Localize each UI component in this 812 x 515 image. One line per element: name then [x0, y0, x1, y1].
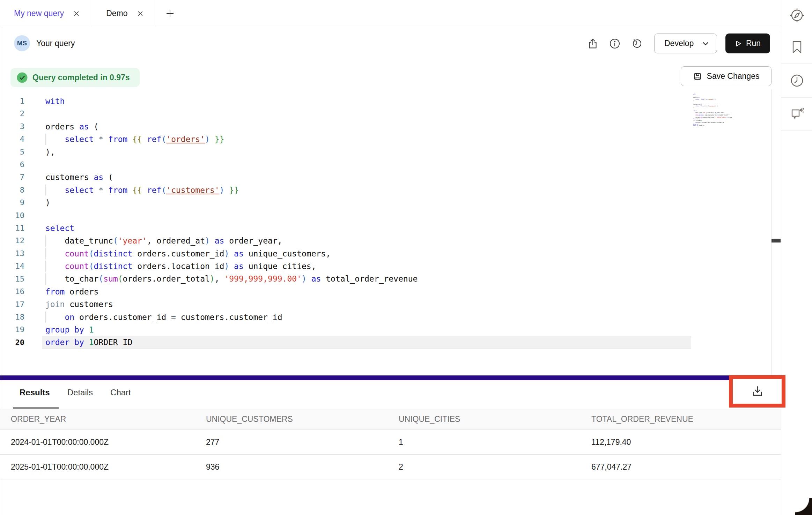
- page-title: Your query: [36, 39, 75, 48]
- column-header[interactable]: TOTAL_ORDER_REVENUE: [581, 415, 781, 424]
- tab-my-new-query[interactable]: My new query: [0, 0, 92, 27]
- line-number: 4: [0, 133, 24, 145]
- line-number: 11: [0, 222, 24, 234]
- run-button[interactable]: Run: [725, 33, 770, 53]
- column-header[interactable]: UNIQUE_CUSTOMERS: [195, 415, 388, 424]
- line-number: 3: [0, 120, 24, 133]
- line-number: 14: [0, 260, 24, 273]
- code-line[interactable]: ): [42, 196, 691, 209]
- code-line[interactable]: select * from {{ ref('customers') }}: [42, 184, 691, 196]
- code-editor[interactable]: with orders as ( select * from {{ ref('o…: [42, 95, 691, 349]
- table-cell: 277: [195, 438, 388, 447]
- line-number: 5: [0, 146, 24, 158]
- sidebar-item-explore[interactable]: [781, 0, 812, 31]
- develop-label: Develop: [664, 39, 694, 48]
- code-line[interactable]: to_char(sum(orders.order_total), '999,99…: [42, 273, 691, 285]
- code-line[interactable]: with: [42, 95, 691, 107]
- tab-demo[interactable]: Demo: [92, 0, 156, 27]
- bookmark-icon: [790, 40, 804, 54]
- status-badge: Query completed in 0.97s: [10, 68, 140, 87]
- plus-icon: [165, 8, 175, 19]
- scrollbar-thumb[interactable]: [772, 239, 781, 242]
- line-number: 9: [0, 196, 24, 209]
- panel-divider-bar[interactable]: [0, 375, 781, 380]
- chevron-down-icon: [702, 41, 709, 46]
- avatar: MS: [14, 35, 30, 51]
- check-circle-icon: [17, 72, 28, 83]
- code-line[interactable]: orders as (: [42, 120, 691, 133]
- line-number: 7: [0, 171, 24, 184]
- scrollbar-track: [771, 90, 772, 375]
- table-row[interactable]: 2024-01-01T00:00:00.000Z2771112,179.40: [0, 430, 781, 455]
- close-icon[interactable]: [137, 10, 144, 17]
- tab-bar: My new query Demo: [0, 0, 781, 27]
- code-line[interactable]: date_trunc('year', ordered_at) as order_…: [42, 234, 691, 247]
- code-line[interactable]: customers as (: [42, 171, 691, 184]
- table-cell: 1: [388, 438, 581, 447]
- code-line[interactable]: on orders.customer_id = customers.custom…: [42, 311, 691, 323]
- new-tab-button[interactable]: [156, 0, 184, 27]
- minimap-content: with orders as ( select * from {{ ref('o…: [693, 94, 732, 127]
- save-changes-button[interactable]: Save Changes: [681, 66, 772, 86]
- code-line[interactable]: count(distinct orders.customer_id) as un…: [42, 247, 691, 260]
- save-label: Save Changes: [707, 72, 760, 81]
- results-table: ORDER_YEARUNIQUE_CUSTOMERSUNIQUE_CITIEST…: [0, 409, 781, 479]
- info-icon: [608, 37, 621, 50]
- tab-label: My new query: [14, 9, 64, 18]
- code-line[interactable]: [42, 158, 691, 171]
- run-label: Run: [746, 39, 761, 48]
- results-tab-results[interactable]: Results: [20, 388, 50, 397]
- column-header[interactable]: ORDER_YEAR: [0, 415, 195, 424]
- line-number: 12: [0, 234, 24, 247]
- table-cell: 936: [195, 462, 388, 472]
- line-number: 2: [0, 107, 24, 120]
- table-cell: 112,179.40: [581, 438, 781, 447]
- table-cell: 677,047.27: [581, 462, 781, 472]
- develop-button[interactable]: Develop: [654, 33, 717, 53]
- table-cell: 2025-01-01T00:00:00.000Z: [0, 462, 195, 472]
- minimap[interactable]: with orders as ( select * from {{ ref('o…: [693, 94, 732, 128]
- table-cell: 2: [388, 462, 581, 472]
- sidebar-divider: [781, 130, 812, 130]
- gutter: 1234567891011121314151617181920: [0, 95, 24, 349]
- results-tab-details[interactable]: Details: [67, 388, 93, 397]
- code-line[interactable]: select: [42, 222, 691, 234]
- code-line[interactable]: order by 1ORDER_ID: [42, 336, 691, 349]
- download-button[interactable]: [744, 384, 772, 399]
- table-cell: 2024-01-01T00:00:00.000Z: [0, 438, 195, 447]
- share-button[interactable]: [586, 37, 599, 50]
- history-icon: [630, 37, 643, 50]
- results-tab-chart[interactable]: Chart: [110, 388, 131, 397]
- app-window: My new query Demo MS Your query Develop: [0, 0, 812, 515]
- line-number: 18: [0, 311, 24, 323]
- compass-icon: [789, 7, 805, 23]
- code-line[interactable]: count(distinct orders.location_id) as un…: [42, 260, 691, 273]
- line-number: 6: [0, 158, 24, 171]
- sidebar-item-history[interactable]: [781, 64, 812, 97]
- line-number: 16: [0, 285, 24, 298]
- code-line[interactable]: [42, 209, 691, 222]
- history-button[interactable]: [630, 37, 643, 50]
- code-line[interactable]: from orders: [42, 285, 691, 298]
- sidebar-item-ai-assistant[interactable]: [781, 97, 812, 130]
- code-line[interactable]: [42, 107, 691, 120]
- close-icon[interactable]: [73, 10, 80, 17]
- screen-corner: [795, 498, 812, 515]
- code-line[interactable]: select * from {{ ref('orders') }}: [42, 133, 691, 145]
- table-header-row: ORDER_YEARUNIQUE_CUSTOMERSUNIQUE_CITIEST…: [0, 409, 781, 430]
- line-number: 15: [0, 273, 24, 285]
- table-row[interactable]: 2025-01-01T00:00:00.000Z9362677,047.27: [0, 455, 781, 479]
- sidebar-item-bookmarks[interactable]: [781, 31, 812, 64]
- line-number: 17: [0, 298, 24, 311]
- column-header[interactable]: UNIQUE_CITIES: [388, 415, 581, 424]
- info-button[interactable]: [608, 37, 621, 50]
- line-number: 10: [0, 209, 24, 222]
- save-icon: [693, 72, 702, 81]
- code-line[interactable]: join customers: [42, 298, 691, 311]
- results-tab-bar: ResultsDetailsChart: [0, 384, 438, 401]
- download-icon: [751, 385, 765, 398]
- code-line[interactable]: group by 1: [42, 323, 691, 336]
- line-number: 13: [0, 247, 24, 260]
- code-line[interactable]: ),: [42, 146, 691, 158]
- line-number: 1: [0, 95, 24, 107]
